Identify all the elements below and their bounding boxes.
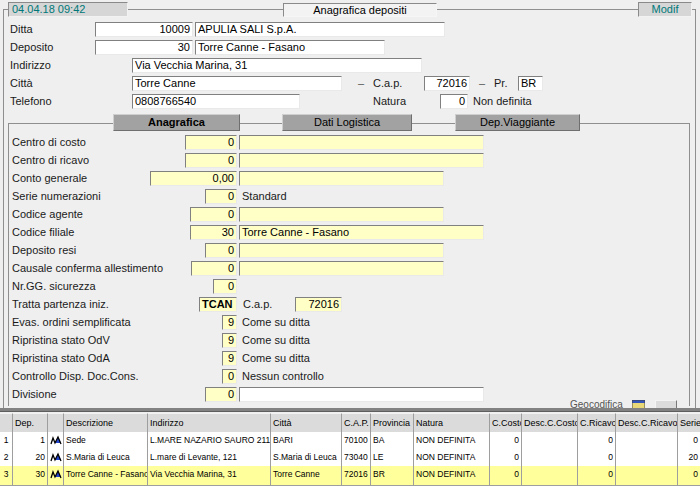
col-descrizione[interactable]: Descrizione — [64, 413, 148, 433]
ripristina-odv-field[interactable]: 9 — [222, 333, 237, 348]
deposito-label: Deposito — [10, 41, 53, 53]
centro-costo-label: Centro di costo — [12, 136, 86, 148]
evas-ordini-label: Evas. ordini semplificata — [12, 316, 131, 328]
codice-agente-desc-field[interactable] — [239, 207, 444, 222]
divisione-desc-field[interactable] — [239, 387, 484, 402]
codice-agente-label: Codice agente — [12, 208, 83, 220]
col-natura[interactable]: Natura — [414, 413, 490, 433]
deposito-resi-label: Deposito resi — [12, 244, 76, 256]
codice-filiale-desc-field[interactable]: Torre Canne - Fasano — [239, 225, 484, 240]
conto-generale-desc-field[interactable] — [239, 171, 444, 186]
deposito-name-field[interactable]: Torre Canne - Fasano — [195, 40, 385, 55]
ditta-name-field[interactable]: APULIA SALI S.p.A. — [195, 22, 445, 37]
col-citta[interactable]: Città — [271, 413, 342, 433]
timestamp: 04.04.18 09:42 — [12, 3, 85, 15]
causale-allestimento-desc-field[interactable] — [239, 261, 444, 276]
chart-icon[interactable] — [48, 466, 64, 486]
codice-filiale-field[interactable]: 30 — [190, 225, 237, 240]
codice-agente-field[interactable]: 0 — [190, 207, 237, 222]
timestamp-box: 04.04.18 09:42 — [8, 2, 128, 17]
cell-natura: NON DEFINITA — [414, 466, 490, 486]
citta-label: Città — [10, 77, 33, 89]
divisione-field[interactable]: 0 — [205, 387, 237, 402]
tab-frame-left — [8, 123, 9, 406]
modif-label: Modif — [652, 3, 679, 15]
conto-generale-label: Conto generale — [12, 172, 87, 184]
geocodifica-label: Geocodifica — [570, 399, 623, 408]
cell-provincia: BR — [371, 466, 414, 486]
col-icon[interactable] — [48, 413, 64, 433]
tab-anagrafica[interactable]: Anagrafica — [113, 114, 240, 131]
geocodifica-map-icon[interactable] — [632, 400, 645, 408]
serie-numerazioni-field[interactable]: 0 — [205, 189, 237, 204]
outer-frame-left — [3, 9, 4, 408]
cell-rownum: 3 — [0, 466, 13, 486]
col-cap[interactable]: C.A.P. — [342, 413, 371, 433]
geocodifica-row: Geocodifica — [570, 399, 688, 408]
centro-costo-desc-field[interactable] — [239, 135, 484, 150]
modif-button[interactable]: Modif — [638, 2, 692, 17]
page-title: Anagrafica depositi — [313, 4, 407, 16]
ripristina-oda-field[interactable]: 9 — [222, 351, 237, 366]
ripristina-oda-desc: Come su ditta — [242, 352, 310, 364]
nrgg-sicurezza-field[interactable]: 0 — [213, 279, 237, 294]
ditta-code-field[interactable]: 10009 — [95, 22, 193, 37]
cap-label: C.a.p. — [373, 77, 402, 89]
causale-allestimento-field[interactable]: 0 — [191, 261, 237, 276]
natura-code-field[interactable]: 0 — [440, 94, 468, 109]
tratta-cap-label: C.a.p. — [243, 298, 272, 310]
col-rownum[interactable] — [0, 413, 13, 433]
cap-field[interactable]: 72016 — [424, 76, 470, 91]
deposito-code-field[interactable]: 30 — [95, 40, 193, 55]
deposito-resi-field[interactable]: 0 — [205, 243, 237, 258]
col-desc-cricavo[interactable]: Desc.C.Ricavo — [616, 413, 678, 433]
deposits-grid: Dep. Descrizione Indirizzo Città C.A.P. … — [0, 408, 700, 486]
tratta-partenza-field[interactable]: TCAN — [199, 297, 237, 312]
table-row-selected[interactable]: 3 30 Torre Canne - Fasano Via Vecchia Ma… — [0, 466, 700, 486]
nrgg-sicurezza-label: Nr.GG. sicurezza — [12, 280, 96, 292]
conto-generale-field[interactable]: 0,00 — [150, 171, 237, 186]
cell-serie: 0 — [678, 466, 700, 486]
deposito-resi-desc-field[interactable] — [239, 243, 444, 258]
cap-dash: – — [358, 77, 364, 89]
cell-descrizione: Torre Canne - Fasano — [64, 466, 148, 486]
page-title-box: Anagrafica depositi — [283, 3, 437, 17]
telefono-field[interactable]: 0808766540 — [132, 94, 300, 109]
col-cricavo[interactable]: C.Ricavo — [578, 413, 616, 433]
pr-dash: – — [479, 77, 485, 89]
centro-costo-field[interactable]: 0 — [185, 135, 237, 150]
tab-frame-right — [689, 123, 690, 406]
telefono-label: Telefono — [10, 95, 52, 107]
col-provincia[interactable]: Provincia — [371, 413, 414, 433]
col-indirizzo[interactable]: Indirizzo — [148, 413, 271, 433]
pr-label: Pr. — [494, 77, 507, 89]
col-desc-ccosto[interactable]: Desc.C.Costo — [522, 413, 578, 433]
geocodifica-button[interactable] — [655, 400, 677, 408]
centro-ricavo-field[interactable]: 0 — [185, 153, 237, 168]
centro-ricavo-desc-field[interactable] — [239, 153, 484, 168]
ditta-label: Ditta — [10, 23, 33, 35]
col-serie[interactable]: Serie — [678, 413, 700, 433]
tab-dati-logistica[interactable]: Dati Logistica — [282, 114, 412, 131]
tab-dep-viaggiante[interactable]: Dep.Viaggiante — [455, 114, 580, 131]
indirizzo-field[interactable]: Via Vecchia Marina, 31 — [132, 58, 422, 73]
serie-numerazioni-desc: Standard — [242, 190, 287, 202]
pr-field[interactable]: BR — [518, 76, 543, 91]
cell-indirizzo: Via Vecchia Marina, 31 — [148, 466, 271, 486]
ripristina-odv-label: Ripristina stato OdV — [12, 334, 110, 346]
tratta-cap-field[interactable]: 72016 — [295, 297, 342, 312]
col-ccosto[interactable]: C.Costo — [490, 413, 522, 433]
tratta-partenza-label: Tratta partenza iniz. — [12, 298, 109, 310]
natura-label: Natura — [373, 95, 406, 107]
codice-filiale-label: Codice filiale — [12, 226, 74, 238]
divisione-label: Divisione — [12, 388, 57, 400]
col-dep[interactable]: Dep. — [13, 413, 48, 433]
evas-ordini-field[interactable]: 9 — [222, 315, 237, 330]
controllo-disp-field[interactable]: 0 — [222, 369, 237, 384]
citta-field[interactable]: Torre Canne — [132, 76, 342, 91]
serie-numerazioni-label: Serie numerazioni — [12, 190, 101, 202]
controllo-disp-label: Controllo Disp. Doc.Cons. — [12, 370, 139, 382]
causale-allestimento-label: Causale conferma allestimento — [12, 262, 163, 274]
cell-citta: Torre Canne — [271, 466, 342, 486]
ripristina-odv-desc: Come su ditta — [242, 334, 310, 346]
